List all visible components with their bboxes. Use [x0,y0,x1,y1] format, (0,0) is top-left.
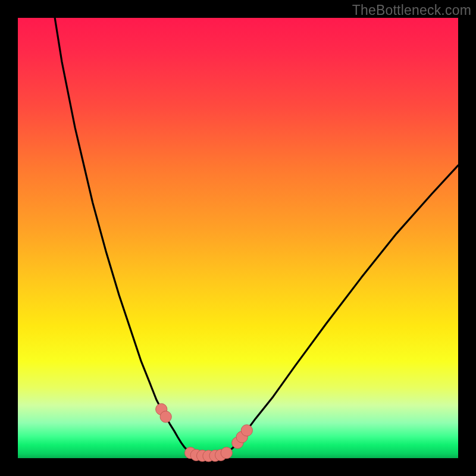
curve-group [55,18,458,456]
curve-left_branch [55,18,190,453]
data-marker [221,447,232,459]
chart-frame: TheBottleneck.com [0,0,476,476]
data-marker [241,425,252,436]
watermark-text: TheBottleneck.com [352,2,471,18]
marker-group [156,403,253,462]
curve-right_branch [227,165,458,453]
chart-svg [18,18,458,458]
plot-area [18,18,458,458]
data-marker [160,411,171,422]
